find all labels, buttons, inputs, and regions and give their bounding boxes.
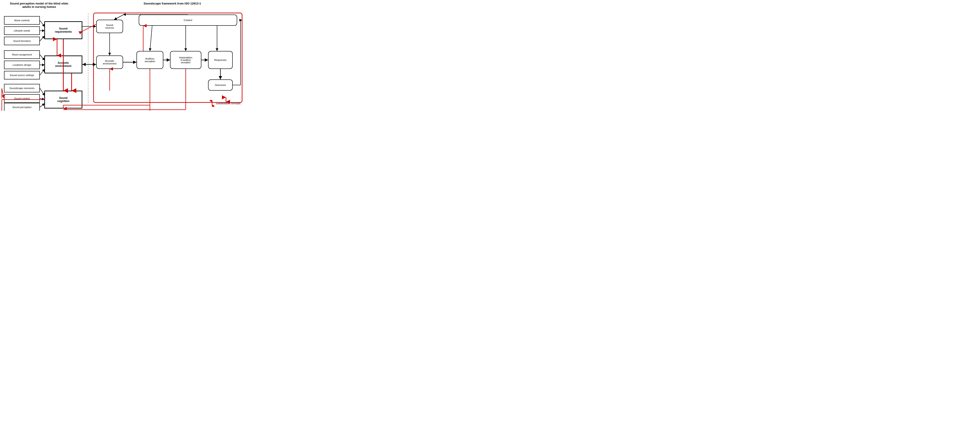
svg-line-36 xyxy=(82,24,96,31)
svg-line-28 xyxy=(114,14,124,20)
sound-context-box: Sound context xyxy=(4,94,40,103)
legend-text: Substitutable concepts xyxy=(216,102,240,105)
left-title: Sound perception model of the blind olde… xyxy=(5,2,74,8)
interpretation-auditory-box: Interpretation of auditory sensation xyxy=(170,51,201,69)
room-assignment-box: Room assignment xyxy=(4,50,40,59)
sound-source-settings-box: Sound source settings xyxy=(4,71,40,80)
loudness-design-box: Loudness design xyxy=(4,61,40,69)
svg-line-15 xyxy=(40,54,45,61)
legend: Substitutable concepts xyxy=(210,100,240,107)
sound-sources-box: Sound sources xyxy=(96,20,123,33)
auditory-sensation-box: Auditory sensation xyxy=(137,51,163,69)
noise-controls-box: Noise controls xyxy=(4,16,40,25)
svg-line-18 xyxy=(40,88,45,96)
svg-line-29 xyxy=(150,26,152,51)
svg-line-53 xyxy=(2,88,4,99)
svg-line-17 xyxy=(40,69,45,75)
svg-line-14 xyxy=(40,36,45,41)
svg-line-12 xyxy=(40,20,45,27)
sound-cognition-box: Sound cognition xyxy=(44,91,82,108)
acoustic-environment-left-box: Acoustic environment xyxy=(44,56,82,73)
sound-perception-box: Sound perception xyxy=(4,103,40,111)
acoustic-environment-right-box: Acoustic environment xyxy=(96,56,123,69)
sound-requirements-box: Sound requirements xyxy=(44,21,82,39)
diagram: Sound perception model of the blind olde… xyxy=(0,0,245,111)
right-title: Soundscape framework from ISO 12913-1 xyxy=(112,2,233,5)
soundscape-memories-box: Soundscape memories xyxy=(4,84,40,92)
svg-line-19 xyxy=(40,99,45,100)
lifestyle-needs-box: Lifestyle needs xyxy=(4,26,40,35)
outcomes-box: Outcomes xyxy=(208,80,233,91)
sound-functions-box: Sound functions xyxy=(4,37,40,45)
context-box: Context xyxy=(139,14,237,26)
responses-box: Responses xyxy=(208,51,233,69)
divider xyxy=(88,13,88,103)
svg-line-20 xyxy=(40,104,45,107)
